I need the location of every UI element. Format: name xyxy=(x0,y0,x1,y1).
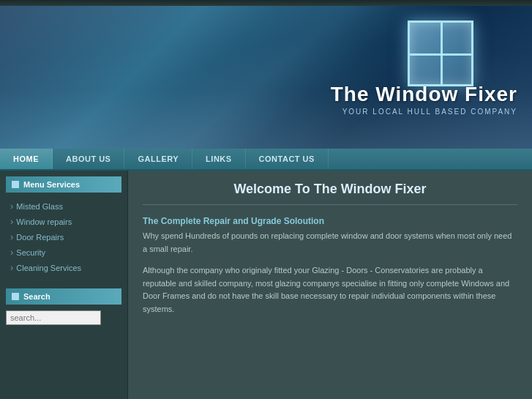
window-repairs-label: Window repairs xyxy=(16,217,72,226)
search-section: Search xyxy=(6,288,121,325)
menu-services-label: Menu Services xyxy=(23,180,80,189)
content-subtitle: The Complete Repair and Ugrade Soloution xyxy=(143,216,517,226)
nav-item-links[interactable]: LINKS xyxy=(192,149,246,169)
sidebar-item-security[interactable]: Security xyxy=(6,245,121,260)
nav-item-about[interactable]: ABOUT US xyxy=(53,149,124,169)
sidebar-item-cleaning[interactable]: Cleaning Services xyxy=(6,260,121,275)
search-input-wrapper xyxy=(6,310,121,325)
sidebar-menu-list: Misted Glass Window repairs Door Repairs… xyxy=(6,198,121,275)
menu-services-header[interactable]: Menu Services xyxy=(6,176,121,193)
nav-item-gallery[interactable]: GALLERY xyxy=(124,149,192,169)
door-repairs-label: Door Repairs xyxy=(16,233,64,242)
content-paragraph-1: Why spend Hundreds of pounds on replacin… xyxy=(143,230,517,256)
site-subtitle: YOUR LOCAL HULL BASED COMPANY xyxy=(331,108,517,116)
content-divider xyxy=(143,204,517,205)
search-bullet-icon xyxy=(12,293,19,300)
cleaning-label: Cleaning Services xyxy=(16,264,81,272)
search-header[interactable]: Search xyxy=(6,288,121,305)
site-title: The Window Fixer xyxy=(331,83,517,106)
nav-item-home[interactable]: HOME xyxy=(0,149,53,169)
header-title: The Window Fixer YOUR LOCAL HULL BASED C… xyxy=(331,83,517,116)
sidebar-item-misted-glass[interactable]: Misted Glass xyxy=(6,198,121,214)
sidebar-divider xyxy=(6,275,121,281)
menu-bullet-icon xyxy=(12,181,19,188)
header: The Window Fixer YOUR LOCAL HULL BASED C… xyxy=(0,6,532,149)
sidebar: Menu Services Misted Glass Window repair… xyxy=(0,171,128,399)
search-input[interactable] xyxy=(6,310,101,325)
window-frame-graphic xyxy=(408,20,473,86)
sidebar-item-door-repairs[interactable]: Door Repairs xyxy=(6,229,121,245)
window-logo xyxy=(408,20,473,86)
misted-glass-label: Misted Glass xyxy=(16,202,63,211)
nav-item-contact[interactable]: CONTACT US xyxy=(246,149,329,169)
main-area: Menu Services Misted Glass Window repair… xyxy=(0,171,532,399)
top-bar xyxy=(0,0,532,6)
search-header-label: Search xyxy=(23,292,50,301)
content-paragraph-2: Although the company who originaly fitte… xyxy=(143,264,517,316)
page-title: Welcome To The Window Fixer xyxy=(143,182,517,197)
sidebar-item-window-repairs[interactable]: Window repairs xyxy=(6,214,121,229)
main-content: Welcome To The Window Fixer The Complete… xyxy=(128,171,532,399)
security-label: Security xyxy=(16,248,45,257)
navigation: HOME ABOUT US GALLERY LINKS CONTACT US xyxy=(0,149,532,171)
